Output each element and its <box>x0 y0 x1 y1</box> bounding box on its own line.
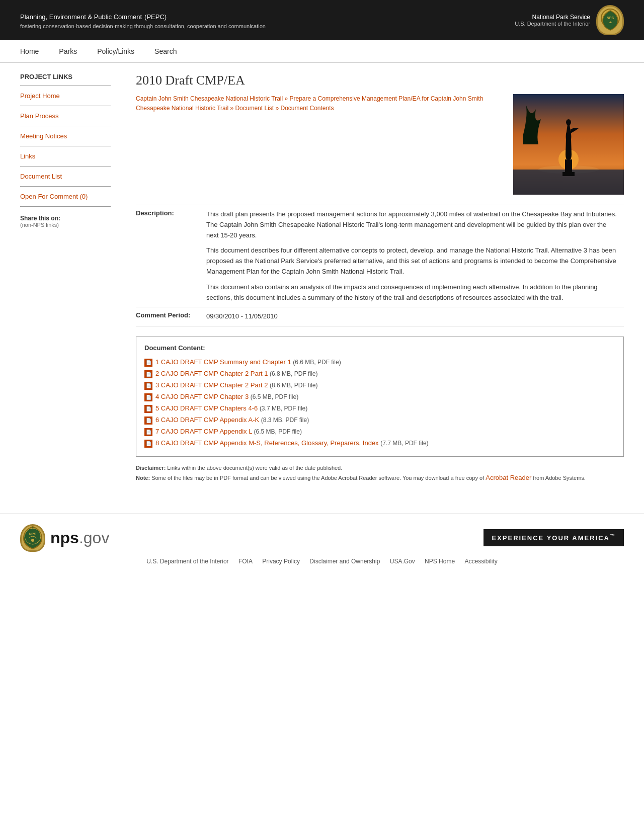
footer-link-npshome[interactable]: NPS Home <box>425 558 455 565</box>
svg-point-12 <box>31 539 34 542</box>
hero-image <box>513 94 624 195</box>
disclaimer: Disclaimer: Links within the above docum… <box>136 464 624 483</box>
site-footer: NPS nps.gov EXPERIENCE YOUR AMERICA™ U.S… <box>0 514 644 575</box>
footer-shield-icon: NPS <box>20 524 45 552</box>
sidebar-divider-3 <box>20 146 111 146</box>
doc-size-8: (7.7 MB, PDF file) <box>380 440 428 447</box>
share-title: Share this on: <box>20 215 111 222</box>
trademark: ™ <box>610 533 616 539</box>
doc-link-4[interactable]: 4 CAJO DRAFT CMP Chapter 3 <box>155 393 249 400</box>
footer-link-doi[interactable]: U.S. Department of the Interior <box>146 558 228 565</box>
description-row: Description: This draft plan presents th… <box>136 205 624 307</box>
doc-link-1[interactable]: 1 CAJO DRAFT CMP Summary and Chapter 1 <box>155 358 291 366</box>
site-title-abbr: (PEPC) <box>144 13 167 21</box>
main-nav: Home Parks Policy/Links Search <box>0 40 644 63</box>
pdf-icon-3: 📄 <box>144 382 152 390</box>
sidebar-item-document-list[interactable]: Document List <box>20 171 111 182</box>
content-area: 2010 Draft CMP/EA Captain John Smith Che… <box>121 73 624 483</box>
list-item: 📄 8 CAJO DRAFT CMP Appendix M-S, Referen… <box>144 438 615 449</box>
footer-nps-domain: .gov <box>79 529 109 547</box>
sidebar-item-project-home[interactable]: Project Home <box>20 90 111 102</box>
nav-policy-links[interactable]: Policy/Links <box>97 40 134 62</box>
doc-item-7: 7 CAJO DRAFT CMP Appendix L (6.5 MB, PDF… <box>155 428 302 435</box>
footer-link-usagov[interactable]: USA.Gov <box>390 558 415 565</box>
description-para-2: This document describes four different a… <box>206 245 618 277</box>
note-text: Some of the files may be in PDF format a… <box>150 475 486 481</box>
footer-link-privacy[interactable]: Privacy Policy <box>262 558 300 565</box>
footer-links: U.S. Department of the Interior FOIA Pri… <box>20 558 624 565</box>
svg-point-7 <box>566 119 571 125</box>
nps-shield-icon: NPS ⛰ <box>596 5 624 35</box>
nps-logo-area: National Park Service U.S. Department of… <box>515 14 590 27</box>
description-table: Description: This draft plan presents th… <box>136 205 624 326</box>
pdf-icon-4: 📄 <box>144 393 152 401</box>
doc-item-6: 6 CAJO DRAFT CMP Appendix A-K (8.3 MB, P… <box>155 416 309 424</box>
list-item: 📄 4 CAJO DRAFT CMP Chapter 3 (6.5 MB, PD… <box>144 391 615 403</box>
sidebar-item-plan-process[interactable]: Plan Process <box>20 110 111 122</box>
pdf-icon-8: 📄 <box>144 440 152 448</box>
doc-size-1: (6.6 MB, PDF file) <box>293 359 341 366</box>
sidebar-divider-4 <box>20 166 111 166</box>
share-subtitle: (non-NPS links) <box>20 222 111 228</box>
sidebar-divider-top <box>20 86 111 86</box>
document-content-box: Document Content: 📄 1 CAJO DRAFT CMP Sum… <box>136 337 624 457</box>
description-content: This draft plan presents the proposed ma… <box>206 205 624 307</box>
doc-link-8[interactable]: 8 CAJO DRAFT CMP Appendix M-S, Reference… <box>155 439 379 447</box>
doc-content-title: Document Content: <box>144 344 615 352</box>
comment-period-label: Comment Period: <box>136 307 206 326</box>
doc-link-7[interactable]: 7 CAJO DRAFT CMP Appendix L <box>155 428 252 435</box>
doc-size-3: (8.6 MB, PDF file) <box>270 382 317 389</box>
note-bold: Note: <box>136 475 150 481</box>
doc-size-7: (6.5 MB, PDF file) <box>254 428 302 435</box>
svg-text:⛰: ⛰ <box>609 21 611 24</box>
experience-banner: EXPERIENCE YOUR AMERICA™ <box>484 529 624 546</box>
acrobat-reader-link[interactable]: Acrobat Reader <box>486 474 531 481</box>
list-item: 📄 2 CAJO DRAFT CMP Chapter 2 Part 1 (6.8… <box>144 368 615 380</box>
site-title: Planning, Environment & Public Comment (… <box>20 11 266 22</box>
svg-rect-9 <box>562 172 575 176</box>
list-item: 📄 1 CAJO DRAFT CMP Summary and Chapter 1… <box>144 357 615 368</box>
list-item: 📄 6 CAJO DRAFT CMP Appendix A-K (8.3 MB,… <box>144 414 615 426</box>
nps-org-text: National Park Service <box>515 14 590 21</box>
doc-link-5[interactable]: 5 CAJO DRAFT CMP Chapters 4-6 <box>155 404 258 412</box>
doc-link-2[interactable]: 2 CAJO DRAFT CMP Chapter 2 Part 1 <box>155 370 268 377</box>
list-item: 📄 7 CAJO DRAFT CMP Appendix L (6.5 MB, P… <box>144 426 615 438</box>
doc-size-4: (6.5 MB, PDF file) <box>251 393 298 400</box>
sidebar-item-meeting-notices[interactable]: Meeting Notices <box>20 130 111 142</box>
footer-logo: NPS nps.gov <box>20 524 109 552</box>
sidebar-item-links[interactable]: Links <box>20 150 111 162</box>
doc-size-6: (8.3 MB, PDF file) <box>261 416 309 424</box>
svg-text:NPS: NPS <box>29 532 37 536</box>
footer-top: NPS nps.gov EXPERIENCE YOUR AMERICA™ <box>20 524 624 552</box>
breadcrumb-link[interactable]: Captain John Smith Chesapeake National H… <box>136 95 483 112</box>
pdf-icon-7: 📄 <box>144 428 152 436</box>
doc-item-4: 4 CAJO DRAFT CMP Chapter 3 (6.5 MB, PDF … <box>155 393 298 400</box>
share-section: Share this on: (non-NPS links) <box>20 215 111 228</box>
doc-size-5: (3.7 MB, PDF file) <box>260 405 307 412</box>
sidebar-item-open-for-comment[interactable]: Open For Comment (0) <box>20 191 111 202</box>
nav-parks[interactable]: Parks <box>59 40 77 62</box>
nav-search[interactable]: Search <box>154 40 177 62</box>
doc-item-2: 2 CAJO DRAFT CMP Chapter 2 Part 1 (6.8 M… <box>155 370 317 377</box>
sidebar-section-title: PROJECT LINKS <box>20 73 111 80</box>
comment-period-value: 09/30/2010 - 11/05/2010 <box>206 307 624 326</box>
pdf-icon-2: 📄 <box>144 370 152 378</box>
sidebar: PROJECT LINKS Project Home Plan Process … <box>20 73 121 483</box>
footer-link-accessibility[interactable]: Accessibility <box>464 558 497 565</box>
nav-home[interactable]: Home <box>20 40 39 62</box>
pdf-icon-5: 📄 <box>144 405 152 413</box>
page-title: 2010 Draft CMP/EA <box>136 73 624 88</box>
doc-link-6[interactable]: 6 CAJO DRAFT CMP Appendix A-K <box>155 416 259 424</box>
pdf-icon-6: 📄 <box>144 416 152 425</box>
footer-link-disclaimer[interactable]: Disclaimer and Ownership <box>309 558 380 565</box>
header-right: National Park Service U.S. Department of… <box>515 5 624 35</box>
header-left: Planning, Environment & Public Comment (… <box>20 11 266 29</box>
top-section: Captain John Smith Chesapeake National H… <box>136 94 624 195</box>
nps-dept-text: U.S. Department of the Interior <box>515 21 590 27</box>
footer-nps-logo-text: nps.gov <box>50 529 109 547</box>
description-para-1: This draft plan presents the proposed ma… <box>206 209 618 240</box>
footer-link-foia[interactable]: FOIA <box>238 558 253 565</box>
disclaimer-text: Links within the above document(s) were … <box>166 465 342 471</box>
doc-link-3[interactable]: 3 CAJO DRAFT CMP Chapter 2 Part 2 <box>155 381 268 389</box>
disclaimer-bold: Disclaimer: <box>136 465 166 471</box>
